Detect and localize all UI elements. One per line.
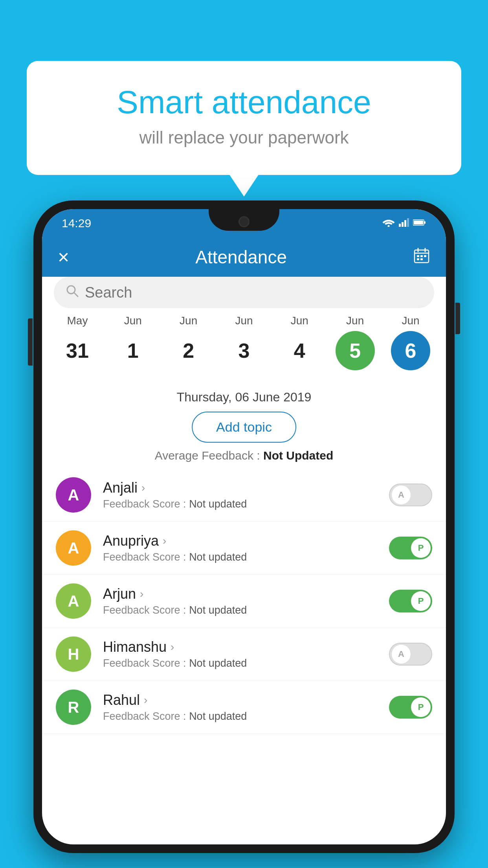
calendar-day[interactable]: Jun4 — [272, 314, 327, 370]
calendar-day[interactable]: Jun1 — [105, 314, 160, 370]
toggle-knob: A — [391, 644, 411, 664]
student-item[interactable]: AArjun ›Feedback Score : Not updatedP — [42, 575, 446, 628]
cal-month: Jun — [402, 314, 419, 327]
student-name: Himanshu › — [103, 639, 377, 655]
cal-month: Jun — [180, 314, 197, 327]
student-list: AAnjali ›Feedback Score : Not updatedAAA… — [42, 469, 446, 844]
speech-bubble-container: Smart attendance will replace your paper… — [27, 61, 461, 175]
cal-month: Jun — [346, 314, 364, 327]
feedback-value: Not updated — [189, 551, 247, 563]
cal-date: 5 — [336, 331, 375, 370]
chevron-icon: › — [163, 535, 166, 547]
search-bar[interactable] — [54, 277, 434, 308]
speech-bubble: Smart attendance will replace your paper… — [27, 61, 461, 175]
search-icon — [66, 284, 79, 301]
feedback-value: Not updated — [189, 498, 247, 510]
app-header: × Attendance — [42, 237, 446, 277]
battery-icon — [413, 219, 426, 228]
student-feedback: Feedback Score : Not updated — [103, 604, 377, 616]
svg-rect-7 — [414, 221, 423, 224]
cal-month: Jun — [235, 314, 253, 327]
student-avatar: H — [56, 636, 91, 672]
cal-date: 3 — [224, 331, 264, 370]
phone-container: 14:29 — [33, 200, 455, 853]
selected-date-label: Thursday, 06 June 2019 — [42, 390, 446, 405]
wifi-icon — [382, 218, 395, 228]
student-info: Rahul ›Feedback Score : Not updated — [103, 692, 377, 723]
svg-line-18 — [74, 292, 78, 296]
student-avatar: A — [56, 477, 91, 513]
svg-point-0 — [388, 225, 390, 227]
student-avatar: A — [56, 583, 91, 619]
feedback-value: Not updated — [189, 604, 247, 616]
student-item[interactable]: AAnupriya ›Feedback Score : Not updatedP — [42, 522, 446, 575]
feedback-value: Not updated — [189, 710, 247, 722]
svg-rect-12 — [417, 255, 419, 257]
student-feedback: Feedback Score : Not updated — [103, 710, 377, 723]
cal-month: Jun — [291, 314, 308, 327]
student-name: Arjun › — [103, 586, 377, 602]
chevron-icon: › — [140, 588, 143, 600]
svg-rect-16 — [420, 258, 423, 260]
bubble-title: Smart attendance — [58, 85, 430, 120]
student-item[interactable]: AAnjali ›Feedback Score : Not updatedA — [42, 469, 446, 522]
svg-rect-3 — [404, 220, 406, 227]
calendar-icon[interactable] — [413, 247, 430, 268]
student-feedback: Feedback Score : Not updated — [103, 657, 377, 669]
feedback-value: Not updated — [189, 657, 247, 669]
calendar-strip: May31Jun1Jun2Jun3Jun4Jun5Jun6 — [42, 314, 446, 370]
add-topic-button[interactable]: Add topic — [192, 412, 296, 443]
signal-icon — [399, 218, 409, 228]
search-input[interactable] — [85, 284, 422, 301]
toggle-knob: P — [411, 538, 431, 558]
toggle-knob: A — [391, 485, 411, 505]
cal-date: 31 — [58, 331, 97, 370]
notch-camera — [238, 216, 250, 227]
student-info: Himanshu ›Feedback Score : Not updated — [103, 639, 377, 669]
student-info: Anjali ›Feedback Score : Not updated — [103, 480, 377, 510]
bubble-subtitle: will replace your paperwork — [58, 128, 430, 147]
calendar-day[interactable]: May31 — [50, 314, 105, 370]
svg-rect-6 — [424, 221, 426, 224]
toggle-knob: P — [411, 697, 431, 717]
cal-date: 1 — [113, 331, 152, 370]
calendar-day[interactable]: Jun3 — [216, 314, 272, 370]
chevron-icon: › — [171, 641, 174, 653]
svg-rect-13 — [420, 255, 423, 257]
student-name: Anjali › — [103, 480, 377, 496]
svg-rect-2 — [402, 222, 404, 227]
calendar-day[interactable]: Jun6 — [383, 314, 438, 370]
attendance-toggle[interactable]: P — [389, 537, 432, 559]
svg-rect-15 — [417, 258, 419, 260]
svg-rect-1 — [399, 224, 401, 227]
status-icons — [382, 218, 426, 228]
calendar-day[interactable]: Jun2 — [161, 314, 216, 370]
cal-date: 6 — [391, 331, 430, 370]
student-name: Anupriya › — [103, 533, 377, 549]
header-title: Attendance — [195, 246, 287, 268]
attendance-toggle[interactable]: A — [389, 643, 432, 666]
student-item[interactable]: RRahul ›Feedback Score : Not updatedP — [42, 681, 446, 734]
svg-rect-14 — [424, 255, 426, 257]
chevron-icon: › — [141, 482, 145, 494]
student-avatar: R — [56, 690, 91, 725]
avg-feedback-label: Average Feedback : — [155, 449, 263, 462]
cal-month: Jun — [124, 314, 142, 327]
phone-notch — [209, 209, 279, 231]
student-feedback: Feedback Score : Not updated — [103, 498, 377, 510]
svg-rect-4 — [407, 218, 409, 227]
student-name: Rahul › — [103, 692, 377, 708]
attendance-toggle[interactable]: A — [389, 484, 432, 506]
attendance-toggle[interactable]: P — [389, 696, 432, 719]
phone-frame: 14:29 — [33, 200, 455, 853]
toggle-knob: P — [411, 591, 431, 611]
cal-date: 2 — [169, 331, 208, 370]
cal-month: May — [67, 314, 88, 327]
calendar-day[interactable]: Jun5 — [328, 314, 383, 370]
close-button[interactable]: × — [58, 246, 69, 268]
student-avatar: A — [56, 530, 91, 566]
attendance-toggle[interactable]: P — [389, 590, 432, 612]
student-info: Arjun ›Feedback Score : Not updated — [103, 586, 377, 616]
phone-screen: 14:29 — [42, 209, 446, 844]
student-item[interactable]: HHimanshu ›Feedback Score : Not updatedA — [42, 628, 446, 681]
